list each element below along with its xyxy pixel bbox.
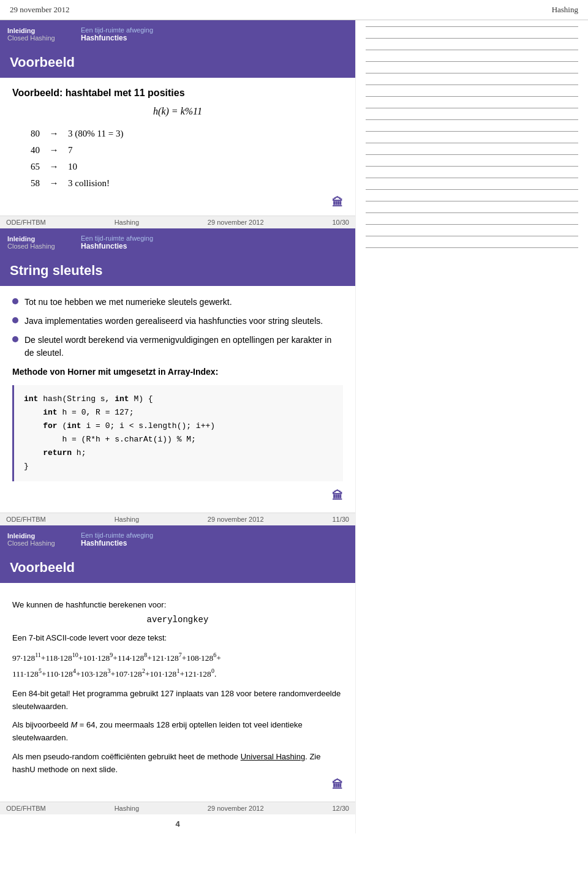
slide1-footer-date: 29 november 2012 (208, 219, 264, 226)
sidebar-line (366, 26, 578, 27)
header-title: Hashing (552, 5, 578, 15)
tud-logo-2: 🏛 (332, 490, 343, 502)
sidebar-line (366, 131, 578, 132)
slide2-code: int hash(String s, int M) { int h = 0, R… (12, 385, 343, 481)
sidebar-line (366, 96, 578, 97)
slide1-nav-hash: Hashfuncties (81, 34, 153, 42)
slide3-text2: Als bijvoorbeeld M = 64, zou meermaals 1… (12, 719, 343, 745)
slide3-math: 97·12811+118·12810+101·1289+114·1288+121… (12, 650, 343, 682)
tud-logo: 🏛 (332, 197, 343, 209)
list-item: 65 → 10 (31, 159, 343, 175)
slide1-nav-afweging: Een tijd-ruimte afweging (81, 26, 153, 34)
slide3-text3: Als men pseudo-random coëfficiënten gebr… (12, 751, 343, 776)
tud-logo-3: 🏛 (332, 779, 343, 791)
list-item: 80 → 3 (80% 11 = 3) (31, 126, 343, 142)
slide1-nav-left: Inleiding Closed Hashing (0, 20, 74, 48)
slide3-nav-left: Inleiding Closed Hashing (0, 525, 74, 554)
sidebar-line (366, 38, 578, 39)
page-number: 4 (0, 814, 355, 833)
slide2-code-label: Methode von Horner mit umgesetzt in Arra… (12, 367, 343, 377)
sidebar (355, 20, 588, 833)
slide3-body: We kunnen de hashfunctie berekenen voor:… (0, 583, 355, 802)
bullet-icon (12, 336, 18, 342)
list-item: De sleutel wordt berekend via vermenigvu… (12, 334, 343, 359)
slide3-nav: Inleiding Closed Hashing Een tijd-ruimte… (0, 525, 355, 554)
slide1-subtitle: Voorbeeld: hashtabel met 11 posities (12, 88, 343, 99)
list-item: Tot nu toe hebben we met numerieke sleut… (12, 296, 343, 309)
slide2-nav-right: Een tijd-ruimte afweging Hashfuncties (74, 228, 160, 257)
slide2-footer-date: 29 november 2012 (208, 516, 264, 523)
sidebar-line (366, 201, 578, 201)
sidebar-line (366, 108, 578, 108)
slide2-footer-center: Hashing (115, 516, 139, 523)
slide3-footer-date: 29 november 2012 (208, 805, 264, 812)
slide2-body: Tot nu toe hebben we met numerieke sleut… (0, 286, 355, 513)
slide3-ascii-label: Een 7-bit ASCII-code levert voor deze te… (12, 632, 343, 645)
slide2-nav-closed: Closed Hashing (7, 242, 66, 250)
list-item: 40 → 7 (31, 142, 343, 159)
sidebar-line (366, 224, 578, 225)
slide1-footer-page: 10/30 (332, 219, 349, 226)
bullet-text: Java implementaties worden gerealiseerd … (24, 315, 323, 328)
sidebar-line (366, 247, 578, 248)
sidebar-line (366, 50, 578, 50)
sidebar-line (366, 119, 578, 120)
slide2-nav-afweging: Een tijd-ruimte afweging (81, 235, 153, 242)
sidebar-line (366, 189, 578, 190)
slide3-footer-page: 12/30 (332, 805, 349, 812)
page-wrapper: 29 november 2012 Hashing Inleiding Close… (0, 0, 588, 833)
slide3-title: Voorbeeld (10, 560, 345, 576)
slide3-nav-right: Een tijd-ruimte afweging Hashfuncties (74, 525, 160, 554)
slide2-footer-page: 11/30 (332, 516, 349, 523)
slide3-nav-hash: Hashfuncties (81, 539, 153, 547)
slide2-nav-inleiding: Inleiding (7, 235, 66, 242)
slide3-nav-afweging: Een tijd-ruimte afweging (81, 532, 153, 539)
slide1-title: Voorbeeld (10, 55, 345, 70)
slide1-title-bar: Voorbeeld (0, 48, 355, 78)
sidebar-line (366, 236, 578, 236)
slide2-bullets: Tot nu toe hebben we met numerieke sleut… (12, 296, 343, 359)
slide1: Inleiding Closed Hashing Een tijd-ruimte… (0, 20, 355, 228)
slide1-footer-left: ODE/FHTBM (6, 219, 46, 226)
page-header: 29 november 2012 Hashing (0, 0, 588, 20)
sidebar-line (366, 178, 578, 178)
slide2-title-bar: String sleutels (0, 257, 355, 286)
main-layout: Inleiding Closed Hashing Een tijd-ruimte… (0, 20, 588, 833)
sidebar-line (366, 61, 578, 62)
slide1-nav: Inleiding Closed Hashing Een tijd-ruimte… (0, 20, 355, 48)
slide3-footer-center: Hashing (115, 805, 139, 812)
slide3-footer-left: ODE/FHTBM (6, 805, 46, 812)
content-area: Inleiding Closed Hashing Een tijd-ruimte… (0, 20, 355, 833)
slide2-nav-left: Inleiding Closed Hashing (0, 228, 74, 257)
slide1-body: Voorbeeld: hashtabel met 11 posities h(k… (0, 78, 355, 216)
slide1-nav-inleiding: Inleiding (7, 27, 66, 34)
slide1-footer: ODE/FHTBM Hashing 29 november 2012 10/30 (0, 216, 355, 228)
slide2-nav: Inleiding Closed Hashing Een tijd-ruimte… (0, 228, 355, 257)
slide3-key: averylongkey (12, 615, 343, 625)
sidebar-line (366, 154, 578, 155)
slide1-footer-center: Hashing (115, 219, 139, 226)
slide1-formula: h(k) = k%11 (12, 106, 343, 117)
list-item: Java implementaties worden gerealiseerd … (12, 315, 343, 328)
slide3-nav-inleiding: Inleiding (7, 532, 66, 539)
bullet-text: De sleutel wordt berekend via vermenigvu… (24, 334, 343, 359)
sidebar-line (366, 73, 578, 73)
slide2-footer: ODE/FHTBM Hashing 29 november 2012 11/30 (0, 513, 355, 525)
bullet-icon (12, 298, 18, 304)
list-item: 58 → 3 collision! (31, 175, 343, 192)
sidebar-line (366, 85, 578, 85)
slide3: Inleiding Closed Hashing Een tijd-ruimte… (0, 525, 355, 814)
slide1-nav-closed: Closed Hashing (7, 34, 66, 42)
universal-hashing-link[interactable]: Universal Hashing (241, 752, 306, 761)
sidebar-line (366, 143, 578, 143)
slide3-title-bar: Voorbeeld (0, 554, 355, 583)
slide3-intro: We kunnen de hashfunctie berekenen voor: (12, 599, 343, 612)
sidebar-line (366, 166, 578, 167)
slide3-nav-closed: Closed Hashing (7, 539, 66, 547)
slide1-hash-list: 80 → 3 (80% 11 = 3) 40 → 7 65 → 10 58 → … (31, 126, 343, 192)
slide1-nav-right: Een tijd-ruimte afweging Hashfuncties (74, 20, 160, 48)
slide3-footer: ODE/FHTBM Hashing 29 november 2012 12/30 (0, 802, 355, 814)
bullet-text: Tot nu toe hebben we met numerieke sleut… (24, 296, 232, 309)
bullet-icon (12, 317, 18, 323)
header-date: 29 november 2012 (10, 5, 69, 15)
